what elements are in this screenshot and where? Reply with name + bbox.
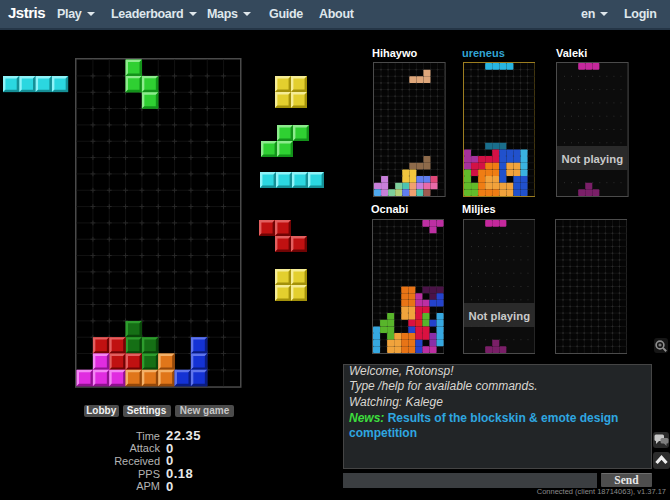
board-valeki: Not playing xyxy=(556,62,629,197)
chat-icon[interactable] xyxy=(653,432,669,448)
queue xyxy=(259,74,327,306)
board-ureneus xyxy=(463,62,536,197)
svg-text:Not playing: Not playing xyxy=(468,310,530,322)
navbar: Jstris Play Leaderboard Maps Guide About… xyxy=(0,0,670,30)
board-hihaywo xyxy=(373,62,446,197)
news-link[interactable]: Results of the blockskin & emote design … xyxy=(349,411,618,441)
btn-lobby[interactable]: Lobby xyxy=(84,405,119,417)
board-ocnabi xyxy=(372,219,445,354)
nav-lang[interactable]: en xyxy=(581,7,608,21)
hold-piece xyxy=(3,76,71,94)
jstris-game: Jstris Play Leaderboard Maps Guide About… xyxy=(0,0,670,500)
nav-leaderboard[interactable]: Leaderboard xyxy=(111,7,197,21)
send[interactable]: Send xyxy=(601,473,652,487)
chat-input[interactable] xyxy=(343,473,597,487)
main-board xyxy=(75,58,245,391)
board-miljies: Not playing xyxy=(463,219,536,354)
btn-newgame[interactable]: New game xyxy=(175,405,234,417)
zoom-icon[interactable] xyxy=(654,338,668,353)
brand[interactable]: Jstris xyxy=(8,4,45,21)
chat-box: Welcome, Rotonsp! Type /help for availab… xyxy=(343,364,652,470)
nav-about[interactable]: About xyxy=(319,7,354,21)
status: Connected (client 18714063), v1.37.17 xyxy=(537,487,666,496)
nav-play[interactable]: Play xyxy=(57,7,95,21)
svg-text:Not playing: Not playing xyxy=(562,153,624,165)
scroll-top[interactable] xyxy=(653,452,670,469)
board-empty xyxy=(555,219,628,354)
nav-maps[interactable]: Maps xyxy=(207,7,251,21)
nav-login[interactable]: Login xyxy=(624,7,657,21)
btn-settings[interactable]: Settings xyxy=(123,405,171,417)
nav-guide[interactable]: Guide xyxy=(269,7,303,21)
